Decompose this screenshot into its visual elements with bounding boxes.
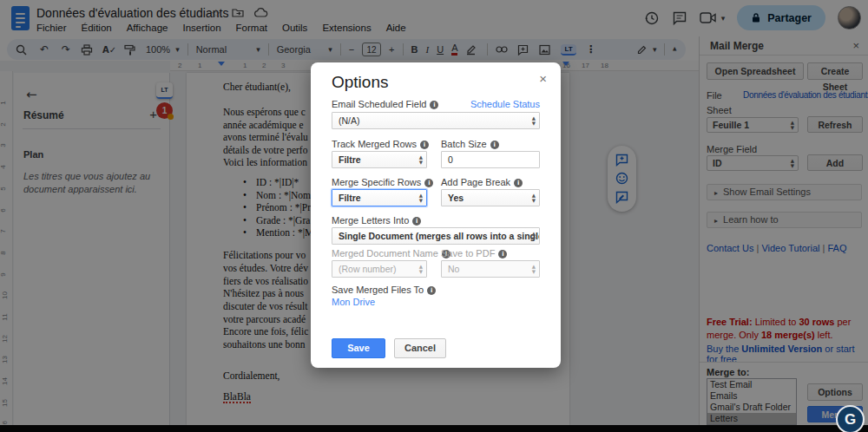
info-icon[interactable]: i	[498, 250, 507, 259]
close-icon[interactable]: ×	[539, 71, 547, 86]
add-page-break-select[interactable]: Yes ▲▼	[441, 189, 540, 206]
track-merged-rows-label: Track Merged Rowsi	[332, 139, 429, 149]
info-icon[interactable]: i	[412, 217, 421, 226]
save-to-pdf-label: Save to PDFi	[441, 248, 507, 259]
add-page-break-label: Add Page Breaki	[441, 177, 523, 187]
info-icon[interactable]: i	[427, 286, 436, 295]
cancel-button[interactable]: Cancel	[394, 338, 446, 358]
merge-specific-rows-label: Merge Specific Rowsi	[332, 177, 433, 187]
save-merged-files-to-label: Save Merged Files Toi	[332, 285, 436, 295]
bottom-bar	[0, 425, 868, 432]
updown-icon: ▲▼	[419, 154, 423, 165]
merge-letters-into-label: Merge Letters Intoi	[332, 215, 421, 226]
updown-icon: ▲▼	[532, 115, 536, 126]
options-dialog: Options × Email Scheduled Fieldi Schedul…	[311, 62, 561, 368]
g-extension-badge[interactable]: G	[836, 405, 865, 432]
updown-icon: ▲▼	[419, 193, 423, 203]
dialog-title: Options	[332, 73, 388, 92]
info-icon[interactable]: i	[424, 179, 433, 187]
email-scheduled-field-label: Email Scheduled Fieldi	[332, 99, 438, 109]
info-icon[interactable]: i	[420, 141, 429, 149]
info-icon[interactable]: i	[514, 179, 523, 187]
email-scheduled-field-select[interactable]: (N/A) ▲▼	[332, 112, 540, 129]
updown-icon: ▲▼	[532, 264, 536, 274]
track-merged-rows-select[interactable]: Filtre ▲▼	[332, 151, 427, 168]
save-button[interactable]: Save	[332, 338, 385, 358]
merged-document-name-select[interactable]: (Row number) ▲▼	[332, 260, 427, 278]
merge-letters-into-select[interactable]: Single Document (merges all rows into a …	[332, 227, 540, 245]
info-icon[interactable]: i	[430, 101, 438, 109]
google-docs-app: Données d'évaluation des étudiants ☆ Fic…	[0, 0, 868, 432]
save-to-pdf-select[interactable]: No ▲▼	[441, 260, 540, 278]
mon-drive-link[interactable]: Mon Drive	[332, 297, 375, 307]
updown-icon: ▲▼	[532, 193, 536, 203]
batch-size-input[interactable]: 0	[441, 151, 540, 168]
merged-document-name-label: Merged Document Namei	[332, 248, 450, 259]
batch-size-label: Batch Sizei	[441, 139, 499, 149]
updown-icon: ▲▼	[419, 264, 423, 274]
merge-specific-rows-select[interactable]: Filtre ▲▼	[332, 189, 427, 206]
schedule-status-link[interactable]: Schedule Status	[470, 99, 540, 109]
updown-icon: ▲▼	[532, 231, 536, 241]
info-icon[interactable]: i	[490, 141, 499, 149]
